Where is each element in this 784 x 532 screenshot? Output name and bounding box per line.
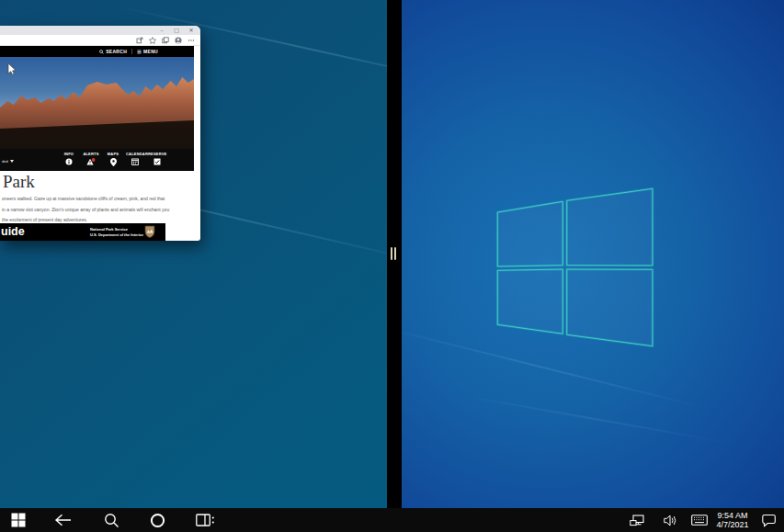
park-name-dropdown[interactable]: ded [2,159,14,164]
network-tray-icon[interactable] [627,508,647,532]
nav-item-info[interactable]: INFO [60,152,78,166]
search-icon [104,513,119,528]
hero-image-zion-cliffs [0,57,194,149]
nps-footer-banner: uide National Park Service U.S. Departme… [0,223,165,241]
nav-item-alerts[interactable]: ALERTS [82,152,100,166]
nav-item-maps[interactable]: MAPS [104,152,122,166]
hinge-gap [387,0,402,532]
site-header: SEARCH MENU [0,46,194,57]
back-button[interactable] [51,508,76,532]
profile-avatar[interactable] [172,36,185,45]
maximize-button[interactable]: □ [169,26,184,35]
site-menu-button[interactable]: MENU [132,49,163,54]
close-button[interactable]: ✕ [184,26,199,35]
task-view-button[interactable] [191,508,219,532]
site-search-button[interactable]: SEARCH [95,49,131,54]
banner-title-fragment: uide [1,225,25,238]
article-section: Park oneers walked. Gaze up at massive s… [0,171,194,223]
park-nav-bar: ded INFO ALERTS [0,149,194,171]
clock-date: 4/7/2021 [716,520,748,530]
calendar-icon [126,158,144,166]
search-icon [99,50,104,54]
minimize-button[interactable]: – [154,26,169,35]
settings-more-icon[interactable] [185,36,198,45]
info-icon [60,158,78,166]
collections-icon[interactable] [159,36,172,45]
mouse-cursor [7,62,17,75]
screen-divider-handle[interactable] [390,246,398,261]
ethernet-icon [630,515,644,526]
taskbar-clock[interactable]: 9:54 AM 4/7/2021 [711,508,754,532]
cortana-button[interactable] [145,508,169,532]
map-pin-icon [104,158,122,166]
volume-tray-icon[interactable] [660,508,680,532]
page-heading: Park [3,173,35,191]
nps-webpage: SEARCH MENU d [0,46,194,241]
toolbar-icons [133,36,198,45]
speaker-icon [664,515,677,526]
keyboard-icon [691,515,708,526]
divider-grip-bar [394,247,396,260]
right-screen-desktop [402,0,784,508]
agency-line-2: U.S. Department of the Interior [90,232,143,238]
alert-triangle-icon [82,158,100,166]
paragraph-line: the excitement of present day adventures… [2,217,193,222]
taskbar: 9:54 AM 4/7/2021 [0,508,784,532]
site-search-label: SEARCH [106,49,127,54]
divider-grip-bar [391,247,392,260]
nav-item-reserve[interactable]: RESERVE [148,152,166,166]
windows-logo-wallpaper [402,0,784,508]
share-icon[interactable] [133,36,146,45]
nps-arrowhead-logo [144,225,155,238]
paragraph-line: in a narrow slot canyon. Zion's unique a… [2,207,193,212]
park-name-fragment: ded [2,159,8,164]
dropdown-caret-icon [10,160,14,163]
task-view-icon [196,514,215,526]
clock-time: 9:54 AM [717,511,747,521]
agency-text: National Park Service U.S. Department of… [90,227,143,237]
action-center-button[interactable] [758,508,778,532]
taskbar-search-button[interactable] [99,508,123,532]
nav-item-calendar[interactable]: CALENDAR [126,152,144,166]
browser-window: – □ ✕ [0,26,200,241]
window-controls: – □ ✕ [154,26,199,35]
left-screen-desktop: – □ ✕ [0,0,387,508]
paragraph-line: oneers walked. Gaze up at massive sandst… [2,196,193,201]
reserve-checkbox-icon [148,158,166,166]
hamburger-menu-icon [137,50,142,54]
back-arrow-icon [54,514,73,526]
site-menu-label: MENU [143,49,158,54]
favorites-star-icon[interactable] [146,36,159,45]
window-titlebar[interactable]: – □ ✕ [0,26,200,35]
action-center-icon [761,514,777,527]
windows-start-icon [11,513,26,527]
touch-keyboard-tray-icon[interactable] [688,508,710,532]
park-nav-items: INFO ALERTS MAPS [60,152,166,166]
cortana-circle-icon [150,513,165,528]
dual-screen-desktop: – □ ✕ [0,0,784,532]
start-button[interactable] [7,508,29,532]
browser-toolbar [0,35,200,46]
